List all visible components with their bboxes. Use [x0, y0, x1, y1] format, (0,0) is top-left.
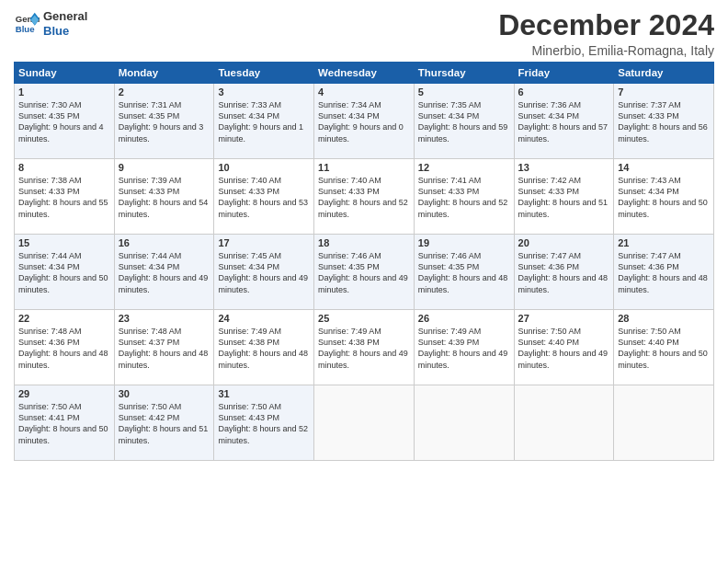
calendar-cell: 24 Sunrise: 7:49 AMSunset: 4:38 PMDaylig… — [214, 310, 314, 385]
day-number: 14 — [618, 162, 710, 173]
calendar-week-5: 29 Sunrise: 7:50 AMSunset: 4:41 PMDaylig… — [15, 385, 714, 461]
day-number: 20 — [518, 237, 610, 248]
svg-text:Blue: Blue — [16, 23, 35, 33]
calendar-cell: 1 Sunrise: 7:30 AMSunset: 4:35 PMDayligh… — [15, 84, 115, 159]
header-saturday: Saturday — [614, 63, 714, 84]
cell-content: Sunrise: 7:50 AMSunset: 4:43 PMDaylight:… — [218, 401, 310, 446]
cell-content: Sunrise: 7:40 AMSunset: 4:33 PMDaylight:… — [218, 175, 310, 220]
calendar-cell: 16 Sunrise: 7:44 AMSunset: 4:34 PMDaylig… — [114, 235, 214, 310]
day-number: 12 — [418, 162, 510, 173]
day-number: 24 — [218, 313, 310, 324]
logo-text: General Blue — [43, 9, 87, 38]
cell-content: Sunrise: 7:50 AMSunset: 4:40 PMDaylight:… — [518, 326, 610, 371]
calendar-cell — [314, 385, 415, 461]
day-number: 4 — [318, 86, 410, 98]
calendar-cell: 25 Sunrise: 7:49 AMSunset: 4:38 PMDaylig… — [314, 310, 415, 385]
calendar-cell: 6 Sunrise: 7:36 AMSunset: 4:34 PMDayligh… — [514, 84, 614, 159]
calendar-cell: 22 Sunrise: 7:48 AMSunset: 4:36 PMDaylig… — [15, 310, 115, 385]
cell-content: Sunrise: 7:50 AMSunset: 4:40 PMDaylight:… — [618, 326, 710, 371]
calendar-cell: 23 Sunrise: 7:48 AMSunset: 4:37 PMDaylig… — [114, 310, 214, 385]
cell-content: Sunrise: 7:49 AMSunset: 4:38 PMDaylight:… — [318, 326, 410, 371]
cell-content: Sunrise: 7:41 AMSunset: 4:33 PMDaylight:… — [418, 175, 510, 220]
calendar-cell: 28 Sunrise: 7:50 AMSunset: 4:40 PMDaylig… — [614, 310, 714, 385]
day-number: 19 — [418, 237, 510, 248]
calendar-cell: 11 Sunrise: 7:40 AMSunset: 4:33 PMDaylig… — [314, 159, 415, 235]
day-number: 13 — [518, 162, 610, 173]
logo-icon: General Blue — [14, 11, 40, 37]
calendar-cell: 18 Sunrise: 7:46 AMSunset: 4:35 PMDaylig… — [314, 235, 415, 310]
month-title: December 2024 — [498, 9, 714, 41]
day-number: 9 — [119, 162, 210, 173]
logo-line1: General — [43, 9, 87, 24]
day-number: 26 — [418, 313, 510, 324]
header-tuesday: Tuesday — [214, 63, 314, 84]
day-number: 7 — [618, 86, 710, 98]
day-number: 17 — [218, 237, 310, 248]
cell-content: Sunrise: 7:47 AMSunset: 4:36 PMDaylight:… — [618, 250, 710, 295]
cell-content: Sunrise: 7:42 AMSunset: 4:33 PMDaylight:… — [518, 175, 610, 220]
header-monday: Monday — [114, 63, 214, 84]
cell-content: Sunrise: 7:34 AMSunset: 4:34 PMDaylight:… — [318, 99, 410, 144]
calendar-cell — [514, 385, 614, 461]
day-number: 8 — [18, 162, 110, 173]
calendar-cell: 10 Sunrise: 7:40 AMSunset: 4:33 PMDaylig… — [214, 159, 314, 235]
calendar-cell: 15 Sunrise: 7:44 AMSunset: 4:34 PMDaylig… — [15, 235, 115, 310]
cell-content: Sunrise: 7:43 AMSunset: 4:34 PMDaylight:… — [618, 175, 710, 220]
day-number: 31 — [218, 388, 310, 399]
calendar-cell: 14 Sunrise: 7:43 AMSunset: 4:34 PMDaylig… — [614, 159, 714, 235]
day-number: 23 — [119, 313, 210, 324]
calendar-cell: 7 Sunrise: 7:37 AMSunset: 4:33 PMDayligh… — [614, 84, 714, 159]
cell-content: Sunrise: 7:49 AMSunset: 4:38 PMDaylight:… — [218, 326, 310, 371]
page-container: General Blue General Blue December 2024 … — [0, 0, 728, 470]
cell-content: Sunrise: 7:35 AMSunset: 4:34 PMDaylight:… — [418, 99, 510, 144]
cell-content: Sunrise: 7:48 AMSunset: 4:36 PMDaylight:… — [18, 326, 110, 371]
day-number: 2 — [119, 86, 210, 98]
calendar-cell — [414, 385, 514, 461]
calendar-cell: 20 Sunrise: 7:47 AMSunset: 4:36 PMDaylig… — [514, 235, 614, 310]
day-number: 6 — [518, 86, 610, 98]
calendar-cell: 31 Sunrise: 7:50 AMSunset: 4:43 PMDaylig… — [214, 385, 314, 461]
calendar-week-2: 8 Sunrise: 7:38 AMSunset: 4:33 PMDayligh… — [15, 159, 714, 235]
calendar-cell: 5 Sunrise: 7:35 AMSunset: 4:34 PMDayligh… — [414, 84, 514, 159]
calendar-cell: 17 Sunrise: 7:45 AMSunset: 4:34 PMDaylig… — [214, 235, 314, 310]
cell-content: Sunrise: 7:49 AMSunset: 4:39 PMDaylight:… — [418, 326, 510, 371]
calendar-cell: 30 Sunrise: 7:50 AMSunset: 4:42 PMDaylig… — [114, 385, 214, 461]
logo-line2: Blue — [43, 24, 87, 39]
day-number: 18 — [318, 237, 410, 248]
cell-content: Sunrise: 7:44 AMSunset: 4:34 PMDaylight:… — [18, 250, 110, 295]
day-number: 27 — [518, 313, 610, 324]
day-number: 28 — [618, 313, 710, 324]
cell-content: Sunrise: 7:40 AMSunset: 4:33 PMDaylight:… — [318, 175, 410, 220]
day-number: 15 — [18, 237, 110, 248]
calendar-cell: 19 Sunrise: 7:46 AMSunset: 4:35 PMDaylig… — [414, 235, 514, 310]
header-friday: Friday — [514, 63, 614, 84]
calendar-week-4: 22 Sunrise: 7:48 AMSunset: 4:36 PMDaylig… — [15, 310, 714, 385]
calendar-cell: 26 Sunrise: 7:49 AMSunset: 4:39 PMDaylig… — [414, 310, 514, 385]
day-number: 11 — [318, 162, 410, 173]
calendar-cell: 2 Sunrise: 7:31 AMSunset: 4:35 PMDayligh… — [114, 84, 214, 159]
calendar-cell: 29 Sunrise: 7:50 AMSunset: 4:41 PMDaylig… — [15, 385, 115, 461]
cell-content: Sunrise: 7:46 AMSunset: 4:35 PMDaylight:… — [418, 250, 510, 295]
day-number: 16 — [119, 237, 210, 248]
calendar-cell: 8 Sunrise: 7:38 AMSunset: 4:33 PMDayligh… — [15, 159, 115, 235]
day-number: 30 — [119, 388, 210, 399]
cell-content: Sunrise: 7:50 AMSunset: 4:42 PMDaylight:… — [119, 401, 210, 446]
calendar-cell: 9 Sunrise: 7:39 AMSunset: 4:33 PMDayligh… — [114, 159, 214, 235]
day-number: 10 — [218, 162, 310, 173]
calendar-cell: 13 Sunrise: 7:42 AMSunset: 4:33 PMDaylig… — [514, 159, 614, 235]
cell-content: Sunrise: 7:38 AMSunset: 4:33 PMDaylight:… — [18, 175, 110, 220]
cell-content: Sunrise: 7:44 AMSunset: 4:34 PMDaylight:… — [119, 250, 210, 295]
day-number: 25 — [318, 313, 410, 324]
calendar-header-row: SundayMondayTuesdayWednesdayThursdayFrid… — [15, 63, 714, 84]
header-thursday: Thursday — [414, 63, 514, 84]
cell-content: Sunrise: 7:37 AMSunset: 4:33 PMDaylight:… — [618, 99, 710, 144]
cell-content: Sunrise: 7:33 AMSunset: 4:34 PMDaylight:… — [218, 99, 310, 144]
logo: General Blue General Blue — [14, 9, 87, 38]
page-header: General Blue General Blue December 2024 … — [14, 9, 714, 58]
cell-content: Sunrise: 7:47 AMSunset: 4:36 PMDaylight:… — [518, 250, 610, 295]
cell-content: Sunrise: 7:30 AMSunset: 4:35 PMDaylight:… — [18, 99, 110, 144]
calendar-cell: 12 Sunrise: 7:41 AMSunset: 4:33 PMDaylig… — [414, 159, 514, 235]
day-number: 21 — [618, 237, 710, 248]
day-number: 3 — [218, 86, 310, 98]
calendar-cell: 27 Sunrise: 7:50 AMSunset: 4:40 PMDaylig… — [514, 310, 614, 385]
